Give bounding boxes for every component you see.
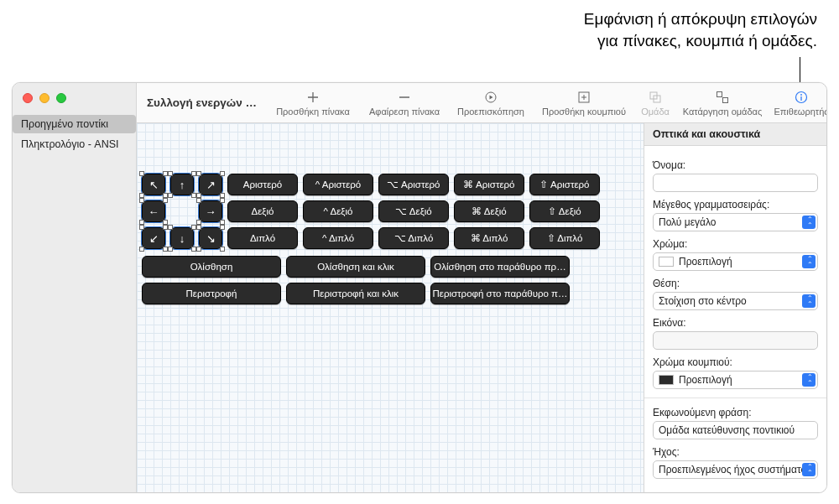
panel-button[interactable]: ⌥ Αριστερό — [378, 174, 449, 195]
sound-label: Ήχος: — [653, 446, 818, 458]
panel-button[interactable]: Περιστροφή και κλικ — [286, 283, 425, 304]
arrow-button[interactable]: → — [199, 200, 222, 222]
phrase-field[interactable]: Ομάδα κατεύθυνσης ποντικιού — [653, 421, 818, 439]
inspector-panel: Οπτικά και ακουστικά Όνομα: Μέγεθος γραμ… — [644, 123, 826, 492]
info-icon — [795, 90, 808, 105]
panel-button[interactable]: ⌘ Διπλό — [454, 227, 524, 249]
color-label: Χρώμα: — [653, 238, 818, 250]
add-button-icon — [577, 90, 591, 105]
panel-button[interactable]: ⇧ Διπλό — [529, 227, 600, 249]
arrow-button[interactable]: ↓ — [170, 227, 194, 249]
annotation-line2: για πίνακες, κουμπιά ή ομάδες. — [597, 32, 817, 49]
button-grid: ↖ ↑ ↗ Αριστερό ^ Αριστερό ⌥ Αριστερό ⌘ Α… — [142, 174, 600, 249]
remove-panel-button[interactable]: Αφαίρεση πίνακα — [360, 88, 449, 117]
arrow-button[interactable]: ↘ — [199, 227, 222, 249]
button-color-label: Χρώμα κουμπιού: — [653, 356, 818, 368]
phrase-label: Εκφωνούμενη φράση: — [653, 407, 818, 418]
add-panel-button[interactable]: Προσθήκη πίνακα — [266, 88, 360, 117]
button-color-select[interactable]: Προεπιλογή — [653, 371, 818, 389]
wide-row-0: Ολίσθηση Ολίσθηση και κλικ Ολίσθηση στο … — [142, 256, 570, 278]
annotation-line1: Εμφάνιση ή απόκρυψη επιλογών — [584, 10, 817, 28]
window-controls — [13, 90, 136, 115]
panel-button[interactable]: Δεξιό — [227, 200, 298, 222]
sidebar: Προηγμένο ποντίκι Πληκτρολόγιο - ANSI — [13, 83, 137, 492]
play-icon — [484, 90, 498, 105]
main-area: Συλλογή ενεργών πι… Προσθήκη πίνακα Αφαί… — [137, 83, 826, 492]
wide-row-1: Περιστροφή Περιστροφή και κλικ Περιστροφ… — [142, 283, 570, 304]
window-title: Συλλογή ενεργών πι… — [140, 88, 266, 109]
panel-button[interactable]: Περιστροφή στο παράθυρο π… — [430, 283, 570, 304]
panel-button[interactable]: ^ Διπλό — [303, 227, 373, 249]
group-icon — [649, 90, 662, 105]
name-field[interactable] — [653, 174, 818, 192]
close-window-button[interactable] — [23, 93, 33, 103]
panel-button[interactable]: ⌥ Διπλό — [378, 227, 449, 249]
sidebar-item-keyboard-ansi[interactable]: Πληκτρολόγιο - ANSI — [13, 135, 136, 153]
toolbar: Συλλογή ενεργών πι… Προσθήκη πίνακα Αφαί… — [137, 83, 826, 123]
panel-button[interactable]: Ολίσθηση στο παράθυρο πρ… — [430, 256, 570, 278]
panel-button[interactable]: Ολίσθηση και κλικ — [286, 256, 425, 278]
arrow-button[interactable]: ← — [142, 200, 165, 222]
workspace: ↖ ↑ ↗ Αριστερό ^ Αριστερό ⌥ Αριστερό ⌘ Α… — [137, 123, 826, 492]
panel-button[interactable]: ^ Αριστερό — [303, 174, 373, 195]
divider — [644, 397, 826, 398]
ungroup-icon — [716, 90, 729, 105]
inspector-toggle-button[interactable]: Επιθεωρητής — [769, 88, 826, 117]
canvas[interactable]: ↖ ↑ ↗ Αριστερό ^ Αριστερό ⌥ Αριστερό ⌘ Α… — [137, 123, 644, 492]
sidebar-item-advanced-mouse[interactable]: Προηγμένο ποντίκι — [13, 115, 136, 133]
svg-rect-4 — [717, 92, 722, 97]
position-label: Θέση: — [653, 278, 818, 289]
panel-button[interactable]: ^ Δεξιό — [303, 200, 373, 222]
minimize-window-button[interactable] — [39, 93, 50, 103]
panel-button[interactable]: Περιστροφή — [142, 283, 281, 304]
annotation-callout: Εμφάνιση ή απόκρυψη επιλογών για πίνακες… — [414, 8, 817, 51]
svg-rect-5 — [723, 98, 728, 103]
panel-button[interactable]: ⌘ Αριστερό — [454, 174, 524, 195]
font-size-label: Μέγεθος γραμματοσειράς: — [653, 199, 818, 210]
panel-button[interactable]: Αριστερό — [227, 174, 298, 195]
sound-select[interactable]: Προεπιλεγμένος ήχος συστήματος — [653, 460, 818, 479]
panel-button[interactable]: ⌘ Δεξιό — [454, 200, 524, 222]
zoom-window-button[interactable] — [56, 93, 66, 103]
text-color-select[interactable]: Προεπιλογή — [653, 252, 818, 271]
panel-button[interactable]: ⇧ Αριστερό — [529, 174, 600, 195]
name-label: Όνομα: — [653, 159, 818, 171]
svg-point-7 — [800, 94, 802, 96]
panel-button[interactable]: Διπλό — [227, 227, 298, 249]
image-select[interactable] — [653, 331, 818, 350]
group-button[interactable]: Ομάδα — [635, 88, 675, 117]
panel-button[interactable]: ⌥ Δεξιό — [378, 200, 449, 222]
arrow-button[interactable]: ↙ — [142, 227, 165, 249]
panel-editor-window: Προηγμένο ποντίκι Πληκτρολόγιο - ANSI Συ… — [12, 82, 827, 493]
arrow-button[interactable]: ↑ — [170, 174, 194, 195]
arrow-button[interactable]: ↖ — [142, 174, 165, 195]
inspector-title: Οπτικά και ακουστικά — [644, 123, 826, 146]
preview-button[interactable]: Προεπισκόπηση — [449, 88, 533, 117]
plus-icon — [306, 90, 320, 105]
ungroup-button[interactable]: Κατάργηση ομάδας — [675, 88, 769, 117]
arrow-button[interactable]: ↗ — [199, 174, 222, 195]
panel-button[interactable]: ⇧ Δεξιό — [529, 200, 600, 222]
add-button-button[interactable]: Προσθήκη κουμπιού — [533, 88, 635, 117]
font-size-select[interactable]: Πολύ μεγάλο — [653, 213, 818, 231]
minus-icon — [398, 90, 411, 105]
panel-button[interactable]: Ολίσθηση — [142, 256, 281, 278]
position-select[interactable]: Στοίχιση στο κέντρο — [653, 292, 818, 310]
image-label: Εικόνα: — [653, 317, 818, 329]
